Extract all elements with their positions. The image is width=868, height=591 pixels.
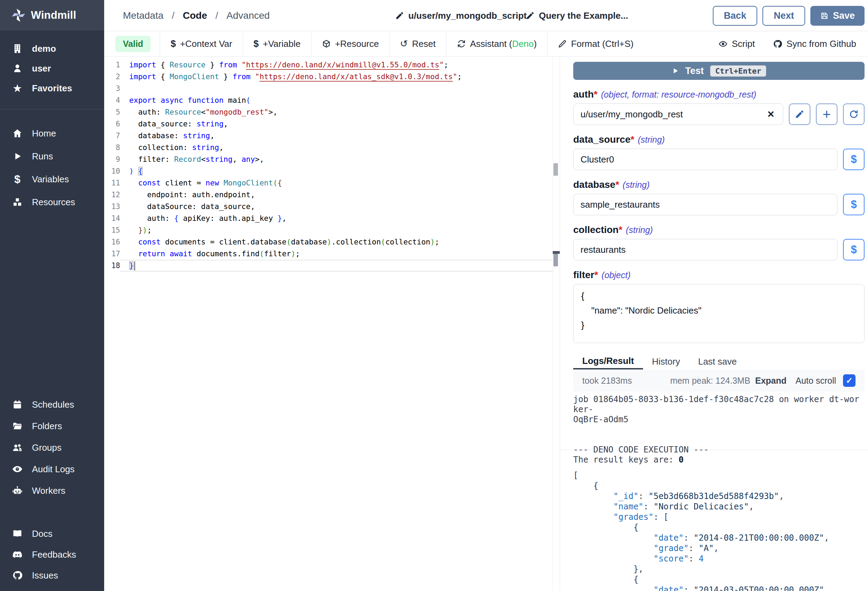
field-label-collection: collection* (string)	[573, 224, 865, 235]
clear-icon[interactable]: ✕	[766, 109, 776, 120]
line-number: 3	[104, 83, 120, 95]
save-button[interactable]: Save	[810, 6, 865, 26]
line-number: 10	[104, 165, 120, 177]
sidebar-item-docs[interactable]: Docs	[0, 526, 104, 542]
code-line: 2import { MongoClient } from "https://de…	[104, 71, 553, 83]
dollar-icon: $	[170, 38, 176, 49]
eye-icon	[718, 39, 728, 49]
back-button[interactable]: Back	[713, 6, 757, 26]
add-resource-button[interactable]: +Resource	[311, 31, 390, 56]
insert-variable-button[interactable]: $	[843, 239, 865, 260]
assistant-language: Deno	[512, 38, 534, 49]
tab-code[interactable]: Code	[183, 10, 207, 21]
data-source-input[interactable]: Cluster0	[573, 149, 837, 170]
result-line: {	[573, 480, 865, 491]
add-variable-button[interactable]: $ +Variable	[243, 31, 311, 56]
groups-icon	[12, 442, 23, 453]
sidebar-item-label: Folders	[32, 421, 62, 431]
output-tabs: Logs/Result History Last save	[573, 353, 865, 369]
auth-resource-input[interactable]: u/user/my_mongodb_rest ✕	[573, 103, 783, 125]
line-number: 2	[104, 71, 120, 83]
header-actions: Back Next Save	[713, 0, 865, 31]
tab-last-save[interactable]: Last save	[689, 353, 746, 369]
collection-input[interactable]: restaurants	[573, 239, 837, 260]
sidebar-item-resources[interactable]: Resources	[0, 194, 104, 210]
line-number: 11	[104, 177, 120, 189]
sidebar-item-audit-logs[interactable]: Audit Logs	[0, 461, 104, 477]
pen-icon	[558, 39, 567, 48]
sidebar-item-runs[interactable]: Runs	[0, 148, 104, 164]
field-label-auth: auth* (object, format: resource-mongodb_…	[573, 89, 865, 100]
code-line: 17 return await documents.find(filter);	[104, 248, 553, 260]
add-context-var-button[interactable]: $ +Context Var	[160, 31, 243, 56]
code-editor[interactable]: 1import { Resource } from "https://deno.…	[104, 57, 560, 591]
sidebar-item-label: Feedbacks	[32, 549, 76, 560]
sidebar-item-workers[interactable]: Workers	[0, 483, 104, 499]
script-path: u/user/my_mongodb_script	[408, 10, 527, 21]
code-line: 14 auth: { apiKey: auth.api_key },	[104, 213, 553, 224]
sidebar-item-favorites[interactable]: ★Favorites	[0, 80, 104, 96]
play-icon	[12, 151, 23, 161]
pencil-icon	[526, 11, 535, 20]
sidebar-nav-group: HomeRuns$VariablesResources	[0, 109, 104, 222]
sidebar-item-label: Favorites	[32, 83, 72, 94]
sidebar-workspace-group: demouser★Favorites	[0, 31, 104, 109]
expand-button[interactable]: Expand	[755, 376, 787, 386]
book-icon	[12, 529, 23, 539]
script-view-button[interactable]: Script	[709, 31, 764, 56]
insert-variable-button[interactable]: $	[843, 149, 865, 170]
add-resource-value-button[interactable]: +	[816, 103, 837, 125]
cubes-icon	[12, 197, 23, 207]
filter-json-editor[interactable]: { "name": "Nordic Delicacies"}	[573, 284, 865, 343]
pencil-icon	[395, 11, 404, 20]
calendar-icon	[12, 399, 23, 410]
reset-button[interactable]: ↺ Reset	[390, 31, 446, 56]
editor-scrollbar-thumb[interactable]	[554, 163, 558, 176]
auth-field-row: u/user/my_mongodb_rest ✕ +	[573, 103, 865, 125]
sidebar-item-demo[interactable]: demo	[0, 41, 104, 57]
tab-logs-result[interactable]: Logs/Result	[573, 353, 643, 369]
refresh-resource-button[interactable]	[843, 103, 865, 125]
sidebar-item-home[interactable]: Home	[0, 126, 104, 141]
run-duration: took 2183ms	[582, 376, 632, 386]
sidebar-item-folders[interactable]: Folders	[0, 418, 104, 434]
tab-history[interactable]: History	[643, 353, 689, 369]
field-label-filter: filter* (object)	[573, 269, 865, 281]
sidebar-item-user[interactable]: user	[0, 61, 104, 76]
windmill-script-editor: Windmill demouser★Favorites HomeRuns$Var…	[0, 0, 868, 591]
sidebar-item-schedules[interactable]: Schedules	[0, 396, 104, 412]
line-number: 9	[104, 154, 120, 165]
sidebar-item-feedbacks[interactable]: Feedbacks	[0, 547, 104, 563]
sidebar-item-label: Variables	[32, 174, 69, 185]
autoscroll-checkbox[interactable]: ✓	[843, 374, 856, 387]
result-line: "date": "2014-03-05T00:00:00.000Z",	[573, 585, 865, 591]
sidebar-item-label: user	[32, 63, 51, 74]
code-line: 3	[104, 83, 553, 95]
insert-variable-button[interactable]: $	[843, 194, 865, 215]
database-input[interactable]: sample_restaurants	[573, 194, 837, 215]
tab-advanced[interactable]: Advanced	[226, 10, 270, 21]
sidebar-item-groups[interactable]: Groups	[0, 440, 104, 455]
code-line: 4export async function main(	[104, 95, 553, 106]
tab-metadata[interactable]: Metadata	[123, 10, 164, 21]
script-summary-edit[interactable]: Query the Example...	[526, 0, 628, 31]
sidebar-item-label: Schedules	[32, 399, 74, 410]
sidebar-item-variables[interactable]: $Variables	[0, 171, 104, 187]
next-button[interactable]: Next	[762, 6, 805, 26]
format-button[interactable]: Format (Ctrl+S)	[548, 31, 644, 56]
sidebar-item-issues[interactable]: Issues	[0, 567, 104, 584]
sidebar-item-label: Groups	[32, 442, 62, 453]
script-path-edit[interactable]: u/user/my_mongodb_script	[395, 0, 527, 31]
code-lines: 1import { Resource } from "https://deno.…	[104, 59, 553, 272]
test-button[interactable]: Test Ctrl+Enter	[573, 62, 865, 80]
refresh-icon	[457, 39, 466, 48]
code-line: 1import { Resource } from "https://deno.…	[104, 59, 553, 71]
sidebar-header: Windmill	[0, 0, 104, 31]
result-line: [	[573, 470, 865, 480]
edit-resource-button[interactable]	[789, 103, 810, 125]
line-number: 12	[104, 189, 120, 201]
code-line: 13 dataSource: data_source,	[104, 201, 553, 213]
assistant-button[interactable]: Assistant (Deno)	[446, 31, 548, 56]
sync-from-github-button[interactable]: Sync from Github	[764, 31, 868, 56]
line-number: 4	[104, 95, 120, 106]
